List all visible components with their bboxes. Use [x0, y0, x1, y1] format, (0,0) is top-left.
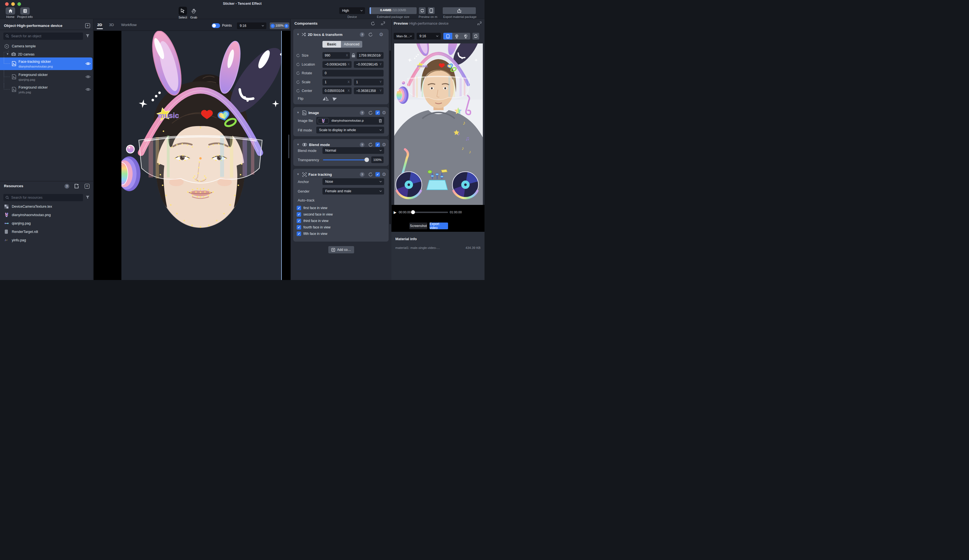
- row-reset-icon[interactable]: [296, 53, 300, 57]
- tab-advanced[interactable]: Advanced: [341, 41, 362, 48]
- preview-video[interactable]: ♪ ♪ ♫ ♪ ♪: [394, 43, 483, 205]
- autotrack-fifth-checkbox[interactable]: ✓: [296, 231, 301, 236]
- gear-icon[interactable]: ⚙: [382, 142, 386, 148]
- help-icon[interactable]: ?: [360, 172, 365, 177]
- resources-filter-icon[interactable]: [86, 196, 90, 199]
- size-x-input[interactable]: 990X: [323, 52, 350, 59]
- section-caret-icon[interactable]: ▼: [296, 111, 300, 114]
- reset-icon[interactable]: [368, 142, 373, 147]
- resource-item[interactable]: ♪♪ yinfu.pag: [0, 236, 93, 244]
- preview-aspect-dropdown[interactable]: 9:16: [417, 33, 441, 40]
- import-resource-icon[interactable]: [74, 184, 79, 189]
- object-filter-icon[interactable]: [86, 34, 90, 38]
- autotrack-fourth-checkbox[interactable]: ✓: [296, 225, 301, 229]
- section-caret-icon[interactable]: ▼: [296, 173, 300, 176]
- tab-3d[interactable]: 3D: [109, 23, 114, 27]
- tab-2d[interactable]: 2D: [97, 23, 102, 27]
- refresh-package-button[interactable]: [419, 7, 426, 14]
- rotate-input[interactable]: 0: [323, 70, 384, 76]
- play-button[interactable]: ▶: [394, 210, 396, 214]
- resource-item[interactable]: dianyinshaonvtoutao.png: [0, 211, 93, 219]
- reset-icon[interactable]: [368, 172, 373, 177]
- zoom-out-button[interactable]: −: [271, 24, 275, 28]
- select-tool-button[interactable]: [178, 7, 187, 15]
- screenshot-button[interactable]: Screenshot: [410, 223, 427, 229]
- timeline-track[interactable]: [412, 212, 448, 213]
- source-webcam-button[interactable]: [452, 33, 461, 40]
- location-x-input[interactable]: −0.000634265X: [323, 61, 351, 68]
- flip-vertical-icon[interactable]: [333, 96, 338, 101]
- fill-mode-dropdown[interactable]: Scale to display in whole: [316, 127, 384, 133]
- autotrack-first-checkbox[interactable]: ✓: [296, 206, 301, 210]
- autotrack-third-checkbox[interactable]: ✓: [296, 219, 301, 223]
- center-y-input[interactable]: −0.36381358Y: [354, 88, 384, 94]
- components-reset-icon[interactable]: [371, 21, 375, 26]
- add-resource-button[interactable]: +: [85, 184, 90, 189]
- size-y-input[interactable]: 1759.9915016Y: [357, 52, 384, 59]
- add-component-button[interactable]: Add co…: [328, 246, 354, 253]
- gender-dropdown[interactable]: Female and male: [323, 188, 384, 194]
- project-info-button[interactable]: [20, 7, 30, 15]
- grab-tool-button[interactable]: [190, 7, 198, 15]
- preview-on-mobile-button[interactable]: [428, 7, 435, 14]
- resource-item[interactable]: RenderTarget.rdt: [0, 228, 93, 236]
- tree-item-foreground-sticker-2[interactable]: Foreground sticker yinfu.pag: [0, 83, 93, 96]
- source-device-button[interactable]: [443, 33, 452, 40]
- blend-enabled-checkbox[interactable]: ✓: [375, 142, 380, 147]
- transparency-slider-knob[interactable]: [365, 158, 369, 162]
- tree-item-foreground-sticker-1[interactable]: Foreground sticker qianjing.pag: [0, 71, 93, 83]
- scale-y-input[interactable]: 1Y: [354, 79, 384, 85]
- section-caret-icon[interactable]: ▼: [296, 143, 300, 146]
- reset-icon[interactable]: [368, 110, 373, 115]
- resource-item[interactable]: DeviceCameraTexture.tex: [0, 203, 93, 210]
- resources-help-icon[interactable]: ?: [65, 184, 69, 189]
- source-webcam-alt-button[interactable]: [461, 33, 470, 40]
- gear-icon[interactable]: ⚙: [379, 32, 383, 38]
- row-reset-icon[interactable]: [296, 71, 300, 75]
- help-icon[interactable]: ?: [360, 142, 365, 147]
- flip-horizontal-icon[interactable]: [323, 96, 329, 101]
- image-file-field[interactable]: dianyinshaonvtoutao.p: [316, 117, 384, 125]
- preview-collapse-icon[interactable]: [477, 21, 482, 26]
- timeline-knob[interactable]: [411, 210, 415, 214]
- visibility-eye-icon[interactable]: [85, 87, 91, 91]
- trash-icon[interactable]: [378, 119, 382, 123]
- components-scrollbar[interactable]: [390, 50, 391, 224]
- center-x-input[interactable]: 0.035003104X: [323, 88, 351, 94]
- device-dropdown[interactable]: High: [339, 7, 365, 14]
- canvas-scrollbar[interactable]: [288, 135, 289, 158]
- tree-item-2d-canvas[interactable]: 2D canvas: [18, 52, 35, 56]
- add-object-button[interactable]: +: [85, 23, 90, 28]
- tab-workflow[interactable]: Workflow: [121, 23, 137, 27]
- preview-model-dropdown[interactable]: Man-St…: [394, 33, 415, 40]
- image-enabled-checkbox[interactable]: ✓: [375, 110, 380, 115]
- row-reset-icon[interactable]: [296, 89, 300, 93]
- location-y-input[interactable]: −0.000296145Y: [354, 61, 384, 68]
- preview-refresh-button[interactable]: [473, 33, 479, 40]
- canvas-aspect-dropdown[interactable]: 9:16: [237, 22, 266, 29]
- resource-item[interactable]: qianjing.pag: [0, 220, 93, 227]
- section-caret-icon[interactable]: ▼: [296, 33, 300, 36]
- help-icon[interactable]: ?: [360, 110, 365, 115]
- points-toggle[interactable]: [212, 23, 220, 28]
- export-video-button[interactable]: Export video: [430, 223, 448, 229]
- row-reset-icon[interactable]: [296, 80, 300, 84]
- face-tracking-enabled-checkbox[interactable]: ✓: [375, 172, 380, 176]
- reset-icon[interactable]: [368, 32, 373, 37]
- help-icon[interactable]: ?: [360, 32, 365, 37]
- lock-icon[interactable]: [351, 53, 355, 57]
- visibility-eye-icon[interactable]: [85, 75, 91, 79]
- home-button[interactable]: [6, 7, 15, 15]
- tree-item-camera-temple[interactable]: Camera temple: [12, 44, 36, 48]
- tree-item-face-tracking-sticker[interactable]: Face-tracking sticker dianyinshaonvtouta…: [0, 57, 93, 70]
- gear-icon[interactable]: ⚙: [382, 110, 386, 116]
- gear-icon[interactable]: ⚙: [382, 171, 386, 178]
- resources-search-input[interactable]: Search for resources: [3, 194, 83, 201]
- object-search-input[interactable]: Search for an object: [3, 33, 83, 40]
- scale-x-input[interactable]: 1X: [323, 79, 351, 85]
- canvas-viewport[interactable]: [94, 31, 290, 280]
- row-reset-icon[interactable]: [296, 63, 300, 66]
- tab-basic[interactable]: Basic: [323, 41, 341, 48]
- transparency-slider[interactable]: [323, 160, 367, 160]
- caret-down-icon[interactable]: ▼: [6, 52, 9, 55]
